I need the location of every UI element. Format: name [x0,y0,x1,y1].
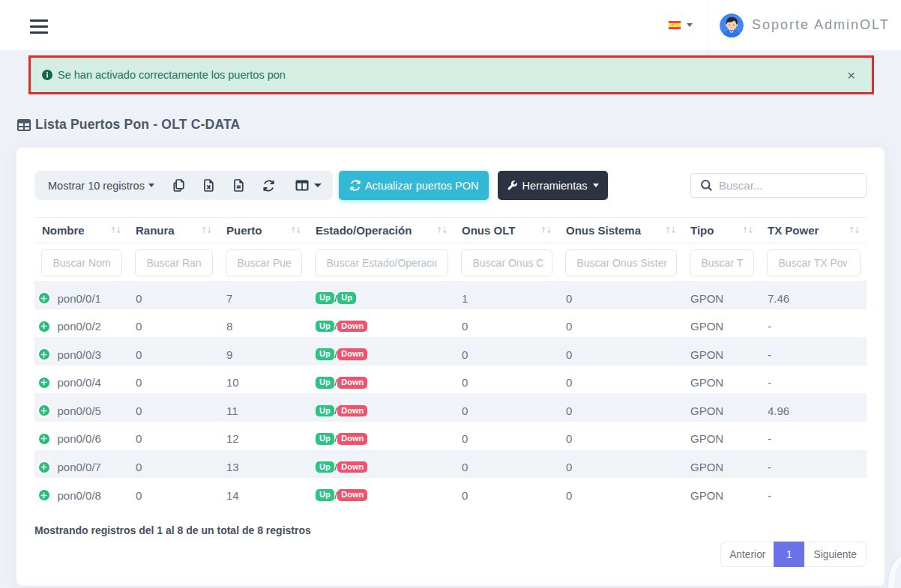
sort-icon: ↑↓ [742,225,753,235]
refresh-icon [262,180,275,192]
estado-oper-badge: Down [337,461,367,473]
column-filter-input[interactable] [565,249,677,276]
estado-admin-badge: Up [316,321,334,333]
cell-tx-power: - [760,366,867,394]
estado-oper-badge: Up [337,292,356,304]
pon-ports-table: Nombre↑↓Ranura↑↓Puerto↑↓Estado/Operación… [34,217,867,506]
column-filter-input[interactable] [690,249,754,276]
tools-dropdown-button[interactable]: Herramientas [498,171,608,200]
estado-separator: / [334,348,337,361]
column-filter-input[interactable] [315,249,448,276]
records-info: Mostrando registros del 1 al 8 de un tot… [34,524,867,536]
expand-row-button[interactable] [39,490,49,500]
cell-nombre: pon0/0/8 [58,489,101,502]
pagination: Anterior 1 Siguiente [720,542,867,567]
cell-tipo: GPON [683,422,760,450]
column-label: Nombre [42,224,85,237]
column-filter-input[interactable] [41,249,122,276]
column-visibility-button[interactable] [284,171,333,200]
column-header[interactable]: Puerto↑↓ [219,218,308,243]
refresh-pon-ports-button[interactable]: Actualizar puertos PON [339,171,489,200]
file-export-button[interactable] [224,171,254,200]
user-menu[interactable]: Soporte AdminOLT [708,0,901,50]
column-header[interactable]: Onus Sistema↑↓ [558,218,683,243]
table-row: pon0/0/4 0 10 Up / Down 0 0 GPON - [34,366,867,394]
length-menu-button[interactable]: Mostrar 10 registros [34,171,164,200]
expand-row-button[interactable] [39,434,49,444]
column-header[interactable]: Onus OLT↑↓ [454,218,558,243]
page-title: Lista Puertos Pon - OLT C-DATA [17,117,901,133]
alert-close-icon[interactable]: × [847,70,855,80]
sidebar-toggle-icon[interactable] [30,19,48,34]
cell-ranura: 0 [128,309,219,338]
estado-admin-badge: Up [316,461,334,473]
column-header[interactable]: Tipo↑↓ [683,218,760,243]
cell-onus-sistema: 0 [558,337,683,366]
column-label: Tipo [690,224,714,237]
column-filter-input[interactable] [767,249,861,276]
cell-estado: Up / Down [316,320,447,333]
table-row: pon0/0/3 0 9 Up / Down 0 0 GPON - [34,337,867,366]
table-row: pon0/0/1 0 7 Up / Up 1 0 GPON 7.46 [34,281,867,309]
spain-flag-icon [669,21,681,29]
user-name: Soporte AdminOLT [752,17,890,33]
excel-export-button[interactable] [194,171,224,200]
sort-icon: ↑↓ [665,225,675,235]
cell-estado: Up / Down [316,461,447,473]
expand-row-button[interactable] [39,378,49,388]
cell-onus-sistema: 0 [558,422,683,450]
estado-admin-badge: Up [316,292,334,304]
cell-onus-olt: 1 [454,281,558,309]
cell-onus-olt: 0 [454,309,558,338]
table-row: pon0/0/2 0 8 Up / Down 0 0 GPON - [34,309,867,338]
column-filter-input[interactable] [461,249,552,276]
pagination-previous[interactable]: Anterior [720,542,774,567]
table-row: pon0/0/6 0 12 Up / Down 0 0 GPON - [34,422,867,450]
estado-oper-badge: Down [337,405,367,417]
cell-tx-power: 7.46 [760,281,867,309]
expand-row-button[interactable] [39,462,49,473]
estado-separator: / [334,404,337,417]
cell-onus-sistema: 0 [558,281,683,309]
cell-tipo: GPON [683,366,760,394]
column-label: Estado/Operación [316,224,412,237]
cell-puerto: 12 [219,422,308,450]
cell-onus-olt: 0 [454,478,558,506]
expand-row-button[interactable] [39,405,49,416]
sort-icon: ↑↓ [849,225,859,235]
sort-icon: ↑↓ [436,225,447,235]
cell-estado: Up / Down [316,348,447,361]
table-toolbar: Mostrar 10 registros [34,171,867,200]
cell-puerto: 7 [219,281,308,309]
estado-admin-badge: Up [316,348,334,360]
copy-button[interactable] [164,171,194,200]
column-label: Onus Sistema [566,224,641,237]
cell-tx-power: - [760,422,867,450]
estado-oper-badge: Down [337,377,367,389]
column-header[interactable]: Estado/Operación↑↓ [308,218,454,243]
expand-row-button[interactable] [39,349,49,360]
column-visibility-icon [295,180,309,191]
estado-oper-badge: Down [337,321,367,333]
sort-icon: ↑↓ [290,225,301,235]
language-dropdown[interactable] [669,21,708,29]
info-icon [42,70,52,80]
pagination-page-1[interactable]: 1 [774,542,804,567]
reload-button[interactable] [254,171,284,200]
pagination-next[interactable]: Siguiente [804,542,867,567]
column-filter-input[interactable] [135,249,213,276]
expand-row-button[interactable] [39,321,49,332]
column-header[interactable]: TX Power↑↓ [760,218,867,243]
column-filter-input[interactable] [226,249,302,276]
column-header[interactable]: Ranura↑↓ [128,218,219,243]
cell-puerto: 10 [219,366,308,394]
column-label: TX Power [768,224,819,237]
estado-separator: / [334,432,337,445]
search-input[interactable] [719,179,858,192]
cell-onus-olt: 0 [454,366,558,394]
sort-icon: ↑↓ [201,225,211,235]
cell-tipo: GPON [683,337,760,366]
file-icon [234,179,244,192]
expand-row-button[interactable] [39,293,49,303]
column-header[interactable]: Nombre↑↓ [34,218,128,243]
